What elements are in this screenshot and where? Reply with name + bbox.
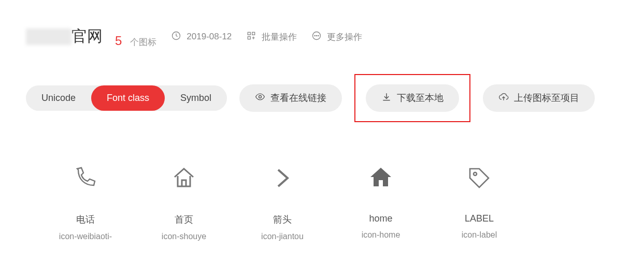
phone-icon bbox=[71, 164, 100, 193]
icon-title: 箭头 bbox=[273, 213, 292, 226]
title-block: 官网 5 个图标 bbox=[26, 26, 156, 48]
tab-fontclass[interactable]: Font class bbox=[91, 85, 165, 111]
svg-point-6 bbox=[317, 35, 317, 36]
download-highlight-box: 下载至本地 bbox=[354, 74, 470, 122]
icon-code: icon-weibiaoti- bbox=[59, 232, 112, 241]
icon-title: home bbox=[369, 213, 392, 224]
format-tabs: Unicode Font class Symbol bbox=[26, 85, 227, 111]
svg-point-8 bbox=[259, 95, 262, 98]
icon-title: 电话 bbox=[76, 213, 95, 226]
home-solid-icon bbox=[366, 164, 395, 193]
page-title: 官网 bbox=[26, 26, 103, 47]
icon-title: 首页 bbox=[175, 213, 193, 226]
batch-icon bbox=[246, 31, 256, 43]
svg-point-7 bbox=[318, 35, 319, 36]
svg-rect-2 bbox=[252, 32, 255, 35]
date-text: 2019-08-12 bbox=[187, 32, 232, 42]
icon-card-home-outline[interactable]: 首页 icon-shouye bbox=[140, 164, 228, 241]
download-label: 下载至本地 bbox=[397, 92, 443, 104]
redacted-prefix bbox=[26, 28, 71, 45]
batch-label: 批量操作 bbox=[262, 31, 297, 43]
chevron-right-icon bbox=[268, 164, 297, 193]
svg-rect-1 bbox=[248, 32, 251, 35]
home-outline-icon bbox=[169, 164, 198, 193]
clock-icon bbox=[171, 31, 181, 43]
upload-button[interactable]: 上传图标至项目 bbox=[483, 84, 595, 112]
date-item[interactable]: 2019-08-12 bbox=[171, 31, 232, 43]
icon-count: 5 bbox=[115, 34, 122, 48]
icon-card-phone[interactable]: 电话 icon-weibiaoti- bbox=[41, 164, 130, 241]
view-online-link-button[interactable]: 查看在线链接 bbox=[239, 84, 342, 112]
icon-card-label[interactable]: LABEL icon-label bbox=[435, 164, 523, 241]
more-label: 更多操作 bbox=[327, 31, 362, 43]
icon-code: icon-shouye bbox=[162, 232, 206, 241]
download-icon bbox=[381, 92, 392, 105]
more-icon bbox=[311, 31, 322, 43]
svg-point-5 bbox=[314, 35, 315, 36]
view-online-link-label: 查看在线链接 bbox=[270, 92, 326, 104]
icon-card-arrow[interactable]: 箭头 icon-jiantou bbox=[238, 164, 326, 241]
more-action[interactable]: 更多操作 bbox=[311, 31, 362, 43]
toolbar: Unicode Font class Symbol 查看在线链接 下载至本地 上… bbox=[26, 74, 618, 122]
icons-grid: 电话 icon-weibiaoti- 首页 icon-shouye 箭头 ico… bbox=[26, 164, 618, 241]
svg-point-9 bbox=[474, 172, 477, 175]
eye-icon bbox=[255, 92, 265, 105]
icon-card-home-solid[interactable]: home icon-home bbox=[337, 164, 425, 241]
tag-icon bbox=[465, 164, 494, 193]
svg-rect-3 bbox=[248, 36, 251, 39]
icon-count-label: 个图标 bbox=[130, 36, 156, 48]
title-suffix: 官网 bbox=[71, 26, 103, 47]
download-button[interactable]: 下载至本地 bbox=[366, 84, 459, 112]
icon-code: icon-home bbox=[362, 230, 400, 240]
icon-code: icon-label bbox=[462, 230, 497, 240]
tab-unicode[interactable]: Unicode bbox=[26, 85, 91, 111]
upload-label: 上传图标至项目 bbox=[514, 92, 579, 104]
icon-code: icon-jiantou bbox=[261, 232, 304, 241]
icon-title: LABEL bbox=[465, 213, 494, 224]
batch-action[interactable]: 批量操作 bbox=[246, 31, 297, 43]
tab-symbol[interactable]: Symbol bbox=[165, 85, 227, 111]
cloud-upload-icon bbox=[498, 92, 509, 105]
header: 官网 5 个图标 2019-08-12 批量操作 更多操作 bbox=[26, 26, 618, 48]
